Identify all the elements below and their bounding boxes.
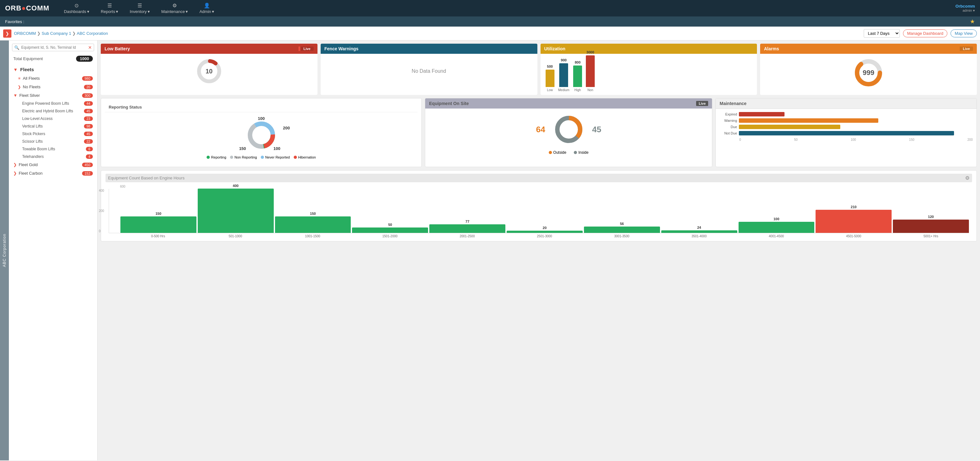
alarms-live-badge: Live bbox=[958, 46, 973, 51]
legend-reporting: Reporting bbox=[207, 155, 226, 159]
maint-not-due-label: Not Due bbox=[719, 131, 737, 135]
utilization-header: Utilization bbox=[541, 44, 757, 54]
reporting-status-title: Reporting Status bbox=[109, 105, 142, 109]
engine-bar-3501-4000-bar bbox=[661, 230, 737, 233]
vertical-lifts-count: 98 bbox=[84, 124, 93, 128]
engine-value-501-1000: 400 bbox=[233, 184, 239, 188]
axis-50: 50 bbox=[794, 138, 797, 141]
user-info[interactable]: Orbcomm admin ▾ bbox=[956, 4, 975, 13]
util-bar-medium: 900 Medium bbox=[558, 58, 570, 92]
alarms-donut: 999 bbox=[853, 57, 884, 89]
sidebar-search-container: 🔍 ✕ bbox=[12, 44, 94, 51]
sidebar-item-fleet-gold[interactable]: ❯Fleet Gold 450 bbox=[9, 160, 97, 169]
sidebar-item-electric-boom[interactable]: Electric and Hybrid Boom Lifts 45 bbox=[9, 107, 97, 115]
date-range-select[interactable]: Last 7 Days Last 30 Days Last 90 Days Cu… bbox=[864, 29, 900, 38]
favorites-label: Favorites : bbox=[5, 19, 24, 24]
maint-not-due-bar bbox=[739, 131, 954, 135]
total-equipment-row: Total Equipment 1000 bbox=[9, 54, 97, 65]
low-level-count: 23 bbox=[84, 116, 93, 121]
filter-icon[interactable]: ⚙ bbox=[965, 175, 970, 181]
x-label-2001-2500: 2001-2500 bbox=[430, 234, 505, 238]
engine-bar-2501-3000-bar bbox=[507, 231, 583, 233]
engine-boom-count: 44 bbox=[84, 101, 93, 106]
reporting-donut-container: 100 200 150 100 bbox=[236, 116, 287, 154]
sidebar-item-scissor-lifts[interactable]: Scissor Lifts 22 bbox=[9, 138, 97, 145]
maint-row-expired: Expired bbox=[719, 112, 973, 116]
sidebar-item-engine-boom[interactable]: Engine Powered Boom Lifts 44 bbox=[9, 100, 97, 107]
sidebar-item-fleet-carbon[interactable]: ❯Fleet Carbon 152 bbox=[9, 169, 97, 177]
util-bar-high: 800 High bbox=[573, 60, 582, 92]
on-site-header: Equipment On Site Live bbox=[425, 98, 712, 109]
sidebar-item-stock-pickers[interactable]: Stock Pickers 45 bbox=[9, 130, 97, 138]
breadcrumb-orbcomm[interactable]: ORBCOMM bbox=[14, 31, 36, 36]
fleet-silver-count: 300 bbox=[82, 93, 93, 98]
dashboards-label: Dashboards ▾ bbox=[64, 9, 89, 14]
engine-bar-4001-4500: 100 bbox=[738, 217, 815, 233]
sidebar-item-fleet-silver[interactable]: ▼Fleet Silver 300 bbox=[9, 91, 97, 100]
engine-bar-0-500-bar bbox=[120, 216, 196, 233]
reporting-status-body: 100 200 150 100 bbox=[105, 112, 418, 163]
sidebar-item-towable-boom[interactable]: Towable Boom Lifts 6 bbox=[9, 145, 97, 153]
engine-bar-3501-4000: 24 bbox=[661, 226, 737, 233]
engine-bar-3001-3500: 56 bbox=[584, 222, 660, 233]
fleets-chevron-icon: ▼ bbox=[13, 67, 18, 72]
legend-non-reporting-dot bbox=[230, 156, 233, 159]
sidebar-toggle-button[interactable]: ❯ bbox=[3, 29, 11, 38]
on-site-title: Equipment On Site bbox=[429, 101, 469, 106]
sidebar-item-all-fleets[interactable]: ✳All Fleets 980 bbox=[9, 74, 97, 82]
fleet-gold-chevron-icon: ❯ bbox=[13, 162, 17, 167]
stock-pickers-count: 45 bbox=[84, 131, 93, 136]
nav-inventory[interactable]: ☰ Inventory ▾ bbox=[124, 1, 154, 15]
towable-boom-count: 6 bbox=[86, 147, 93, 151]
axis-200: 200 bbox=[967, 138, 973, 141]
low-battery-live-badge: Live bbox=[299, 46, 314, 51]
alarms-body: 999 bbox=[760, 54, 977, 92]
fleets-header[interactable]: ▼ Fleets bbox=[9, 65, 97, 74]
engine-bars-row: 400 200 0 150 400 bbox=[109, 189, 969, 233]
widget-alarms: Alarms Live 999 bbox=[760, 44, 977, 95]
search-input[interactable] bbox=[21, 45, 86, 50]
utilization-title: Utilization bbox=[544, 46, 566, 51]
sidebar-company-label: ABC Corporation bbox=[0, 41, 9, 460]
util-non-label: Non bbox=[587, 88, 593, 92]
logo[interactable]: ORB●COMM bbox=[5, 4, 49, 12]
maint-due-label: Due bbox=[719, 125, 737, 129]
electric-boom-count: 45 bbox=[84, 109, 93, 113]
on-site-donut-svg bbox=[553, 114, 585, 145]
widget-utilization: Utilization 500 Low 900 Medium 800 bbox=[541, 44, 757, 95]
x-label-1001-1500: 1001-1500 bbox=[275, 234, 351, 238]
widget-equipment-on-site: Equipment On Site Live 64 45 bbox=[425, 98, 712, 167]
nav-maintenance[interactable]: ⚙ Maintenance ▾ bbox=[156, 1, 193, 15]
nav-admin[interactable]: 👤 Admin ▾ bbox=[194, 1, 219, 15]
sidebar-item-vertical-lifts[interactable]: Vertical Lifts 98 bbox=[9, 122, 97, 130]
breadcrumb-abc[interactable]: ABC Corporation bbox=[77, 31, 108, 36]
clear-search-icon[interactable]: ✕ bbox=[88, 45, 92, 50]
engine-bar-4501-5000: 210 bbox=[816, 205, 892, 233]
all-fleets-icon: ✳ bbox=[18, 76, 21, 81]
breadcrumb-sep2: ❯ bbox=[72, 31, 77, 36]
main-content: Low Battery Live 10 Fence Warnin bbox=[98, 41, 980, 460]
engine-value-3001-3500: 56 bbox=[620, 222, 624, 226]
manage-dashboard-button[interactable]: Manage Dashboard bbox=[903, 29, 947, 37]
map-view-button[interactable]: Map View bbox=[951, 29, 977, 37]
nav-reports[interactable]: ☰ Reports ▾ bbox=[96, 1, 124, 15]
engine-bar-3001-3500-bar bbox=[584, 227, 660, 233]
breadcrumb-subcompany[interactable]: Sub Company 1 bbox=[42, 31, 71, 36]
breadcrumb: ORBCOMM ❯ Sub Company 1 ❯ ABC Corporatio… bbox=[14, 31, 861, 36]
sidebar-item-low-level[interactable]: Low-Level Access 23 bbox=[9, 115, 97, 122]
sidebar-item-telehandlers[interactable]: Telehandlers 4 bbox=[9, 153, 97, 160]
engine-x-labels: 0-500 Hrs 501-1000 1001-1500 1501-2000 2… bbox=[109, 234, 969, 238]
logo-text: ORB bbox=[5, 4, 22, 12]
nav-dashboards[interactable]: ⊙ Dashboards ▾ bbox=[59, 1, 94, 15]
engine-value-2501-3000: 20 bbox=[543, 226, 547, 230]
util-high-bar bbox=[573, 65, 582, 87]
favorites-star-icon[interactable]: ★ bbox=[970, 18, 975, 25]
util-bar-non: 3000 Non bbox=[586, 50, 595, 92]
sidebar-item-no-fleets[interactable]: ❯No Fleets 20 bbox=[9, 82, 97, 91]
legend-reporting-dot bbox=[207, 156, 210, 159]
engine-bar-0-500: 150 bbox=[120, 212, 196, 233]
logo-dot-icon: ● bbox=[22, 4, 26, 12]
util-high-value: 800 bbox=[575, 60, 581, 64]
reporting-legend: Reporting Non Reporting Never Reported bbox=[207, 155, 316, 159]
user-role: admin ▾ bbox=[963, 8, 975, 13]
